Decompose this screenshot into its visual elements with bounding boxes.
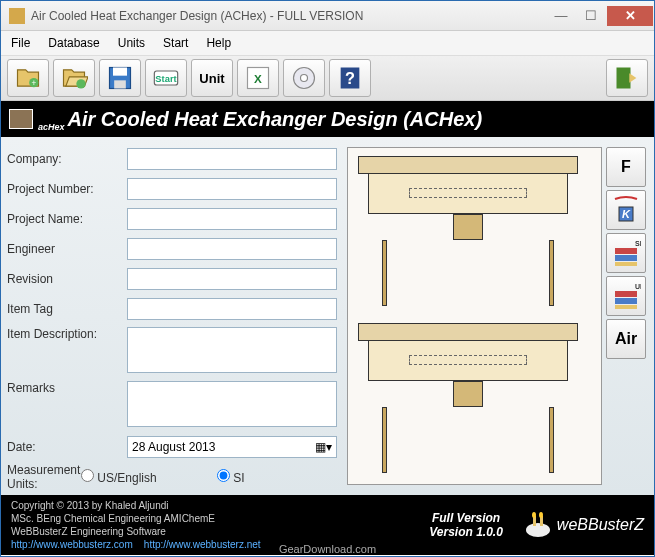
open-button[interactable] [53,59,95,97]
svg-text:SD: SD [635,240,641,247]
company-input[interactable] [127,148,337,170]
credentials-text: MSc. BEng Chemical Engineering AMIChemE [11,512,429,525]
svg-rect-23 [615,298,637,304]
svg-point-11 [301,75,308,82]
start-button[interactable]: Start [145,59,187,97]
logo: weBBusterZ [523,510,644,540]
svg-rect-24 [615,305,637,309]
revision-input[interactable] [127,268,337,290]
svg-text:Start: Start [155,74,176,84]
window-title: Air Cooled Heat Exchanger Design (ACHex)… [31,9,546,23]
header-icon [9,109,33,129]
item-tag-label: Item Tag [7,302,127,316]
menu-bar: File Database Units Start Help [1,31,654,55]
close-button[interactable]: ✕ [607,6,653,26]
date-value: 28 August 2013 [132,440,215,454]
unit-button[interactable]: Unit [191,59,233,97]
svg-text:UD: UD [635,283,641,290]
menu-units[interactable]: Units [118,36,145,50]
company-text: WeBBusterZ Engineering Software [11,525,429,538]
exchanger-diagram-top [358,156,578,306]
engineer-label: Engineer [7,242,127,256]
calendar-icon: ▦▾ [315,440,332,454]
svg-text:?: ? [345,69,355,87]
k-button[interactable]: K [606,190,646,230]
toolbar: + Start Unit X ? [1,55,654,101]
main-area: Company: Project Number: Project Name: E… [1,137,654,495]
header-title: Air Cooled Heat Exchanger Design (ACHex) [68,108,483,131]
version-info: Full Version Version 1.0.0 [429,511,503,539]
svg-rect-14 [617,68,631,89]
side-toolbar: F K SD UD Air [606,147,648,485]
project-number-label: Project Number: [7,182,127,196]
header-brand: acHex [38,122,65,132]
svg-rect-18 [615,248,637,254]
title-bar: Air Cooled Heat Exchanger Design (ACHex)… [1,1,654,31]
svg-rect-20 [615,262,637,266]
svg-point-25 [526,523,550,537]
menu-help[interactable]: Help [206,36,231,50]
svg-point-29 [539,512,543,518]
svg-text:+: + [31,79,36,88]
menu-start[interactable]: Start [163,36,188,50]
svg-text:X: X [254,72,262,85]
svg-rect-19 [615,255,637,261]
project-name-label: Project Name: [7,212,127,226]
radio-si[interactable]: SI [217,469,337,485]
exit-button[interactable] [606,59,648,97]
project-name-input[interactable] [127,208,337,230]
maximize-button[interactable]: ☐ [577,6,605,26]
radio-us[interactable]: US/English [81,469,201,485]
svg-point-28 [532,512,536,518]
copyright-text: Copyright © 2013 by Khaled Aljundi [11,499,429,512]
svg-point-2 [76,79,85,88]
new-button[interactable]: + [7,59,49,97]
save-button[interactable] [99,59,141,97]
link-net[interactable]: http://www.webbusterz.net [144,539,261,550]
units-label: Measurement Units: [7,463,81,491]
minimize-button[interactable]: — [547,6,575,26]
air-button[interactable]: Air [606,319,646,359]
revision-label: Revision [7,272,127,286]
help-button[interactable]: ? [329,59,371,97]
ud-button[interactable]: UD [606,276,646,316]
svg-rect-22 [615,291,637,297]
svg-rect-4 [113,68,127,76]
remarks-input[interactable] [127,381,337,427]
company-label: Company: [7,152,127,166]
date-label: Date: [7,440,127,454]
item-desc-label: Item Description: [7,327,127,341]
sd-button[interactable]: SD [606,233,646,273]
menu-database[interactable]: Database [48,36,99,50]
remarks-label: Remarks [7,381,127,395]
exchanger-diagram-bottom [358,323,578,473]
excel-button[interactable]: X [237,59,279,97]
date-picker[interactable]: 28 August 2013 ▦▾ [127,436,337,458]
f-button[interactable]: F [606,147,646,187]
svg-rect-5 [114,80,126,88]
item-tag-input[interactable] [127,298,337,320]
item-desc-input[interactable] [127,327,337,373]
header-bar: acHex Air Cooled Heat Exchanger Design (… [1,101,654,137]
engineer-input[interactable] [127,238,337,260]
diagram-panel [347,147,602,485]
app-icon [9,8,25,24]
form-panel: Company: Project Number: Project Name: E… [7,147,347,485]
project-number-input[interactable] [127,178,337,200]
svg-text:K: K [622,208,631,220]
cd-button[interactable] [283,59,325,97]
link-com[interactable]: http://www.webbusterz.com [11,539,133,550]
menu-file[interactable]: File [11,36,30,50]
watermark: GearDownload.com [279,543,376,555]
